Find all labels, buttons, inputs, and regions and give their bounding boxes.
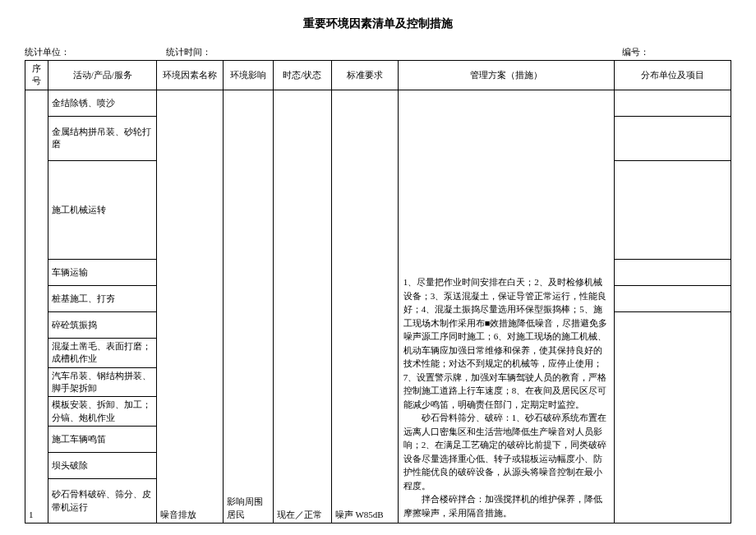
cell-dist: [615, 116, 731, 160]
cell-activity: 汽车吊装、钢结构拼装、脚手架拆卸: [48, 367, 157, 397]
cell-dist: [615, 285, 731, 311]
cell-activity: 桩基施工、打夯: [48, 285, 157, 311]
cell-activity: 碎砼筑振捣: [48, 311, 157, 338]
cell-activity: 施工机械运转: [48, 160, 157, 259]
cell-activity: 金属结构拼吊装、砂轮打磨: [48, 116, 157, 160]
plan-p1: 1、尽量把作业时间安排在白天；2、及时检修机械设备；3、泵送混凝土，保证导管正常…: [403, 277, 608, 409]
cell-standard: 噪声 W85dB: [331, 90, 398, 523]
cell-activity: 车辆运输: [48, 259, 157, 285]
cell-plan: 1、尽量把作业时间安排在白天；2、及时检修机械设备；3、泵送混凝土，保证导管正常…: [398, 90, 614, 523]
header-row: 序号 活动/产品/服务 环境因素名称 环境影响 时态/状态 标准要求 管理方案（…: [25, 61, 731, 90]
th-factor: 环境因素名称: [157, 61, 224, 90]
cell-dist: [615, 259, 731, 285]
cell-impact: 影响周围居民: [224, 90, 274, 523]
cell-factor: 噪音排放: [157, 90, 224, 523]
th-impact: 环境影响: [224, 61, 274, 90]
th-activity: 活动/产品/服务: [48, 61, 157, 90]
table-row: 1 金结除锈、喷沙 噪音排放 影响周围居民 现在／正常 噪声 W85dB 1、尽…: [25, 90, 731, 116]
cell-activity: 砂石骨料破碎、筛分、皮带机运行: [48, 479, 157, 523]
th-dist: 分布单位及项目: [615, 61, 731, 90]
th-state: 时态/状态: [273, 61, 331, 90]
cell-state: 现在／正常: [273, 90, 331, 523]
cell-activity: 模板安装、拆卸、加工；分镐、炮机作业: [48, 397, 157, 427]
plan-p2: 砂石骨料筛分、破碎：1、砂石破碎系统布置在远离人口密集区和生活营地降低生产噪音对…: [403, 411, 609, 492]
th-standard: 标准要求: [331, 61, 398, 90]
meta-time: 统计时间：: [134, 46, 243, 58]
main-table: 序号 活动/产品/服务 环境因素名称 环境影响 时态/状态 标准要求 管理方案（…: [25, 60, 731, 523]
th-xuhao: 序号: [25, 61, 48, 90]
cell-dist: [615, 160, 731, 259]
cell-activity: 坝头破除: [48, 453, 157, 479]
cell-activity: 金结除锈、喷沙: [48, 90, 157, 116]
meta-row: 统计单位： 统计时间： 编号：: [25, 46, 731, 58]
meta-code: 编号：: [244, 46, 731, 58]
meta-unit: 统计单位：: [25, 46, 134, 58]
cell-activity: 施工车辆鸣笛: [48, 427, 157, 453]
cell-dist: [615, 311, 731, 523]
cell-seq: 1: [25, 90, 48, 523]
cell-dist: [615, 90, 731, 116]
page-title: 重要环境因素清单及控制措施: [25, 16, 731, 31]
th-plan: 管理方案（措施）: [398, 61, 614, 90]
plan-p3: 拌合楼碎拌合：加强搅拌机的维护保养，降低摩擦噪声，采用隔音措施。: [403, 492, 609, 519]
cell-activity: 混凝土凿毛、表面打磨；成槽机作业: [48, 338, 157, 367]
